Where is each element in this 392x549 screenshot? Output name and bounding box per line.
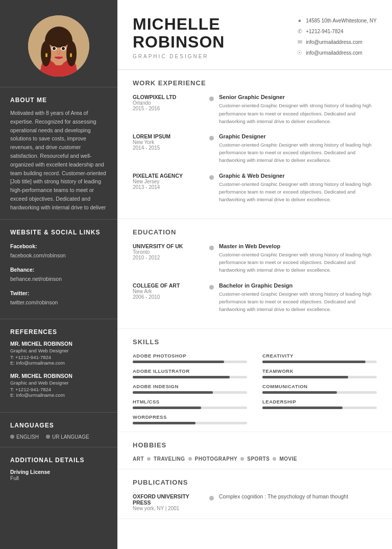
edu-dot-col [204,243,219,274]
skill-name: COMMUNICATION [262,384,377,389]
social-link-label: Twitter: [10,290,29,296]
education-section: EDUCATION UNIVERSITY OF UK Toronto 2010 … [117,219,392,329]
edu-years: 2010 - 2012 [133,255,199,260]
exp-location: Orlando [133,100,199,106]
lang-dot [10,435,14,439]
hobby-separator [188,457,192,461]
lang-dot [46,435,50,439]
pub-left: OXFORD UNIVERSITY PRESS New york, NY | 2… [133,493,204,511]
skill-name: HTML/CSS [133,399,247,404]
phone-row: ✆ +1212-941-7824 [297,26,377,37]
skill-bar-fill [133,376,230,378]
skill-bar-fill [133,391,213,394]
social-title: WEBSITE & SOCIAL LINKS [10,229,107,236]
references-list: MR. MICHEL ROBINSON Graphic and Web Desi… [10,341,107,398]
skill-name: LEADERSHIP [262,399,377,404]
skill-bar-bg [133,422,247,424]
exp-dot [209,136,214,140]
pub-title: Complex cognition : The psychology of hu… [219,493,377,499]
skill-bar-fill [133,361,224,363]
exp-role: Senior Graphic Designer [219,94,377,100]
social-link-value: facebook.com/robinson [10,252,66,258]
social-link-label: Behance: [10,267,34,273]
skill-item: LEADERSHIP [262,399,377,409]
skill-name: WORDPRESS [133,414,247,420]
address: 14585 10th AveWhitestone, NY [306,16,377,26]
social-links: Facebook:facebook.com/robinsonBehance:be… [10,241,107,306]
social-link-item: Facebook:facebook.com/robinson [10,241,107,259]
phone: +1212-941-7824 [306,27,344,36]
skill-bar-bg [262,407,377,409]
job-title: GRAPHIC DESIGNER [133,54,225,59]
pub-publisher: OXFORD UNIVERSITY PRESS [133,493,204,506]
ref-name: MR. MICHEL ROBINSON [10,373,107,379]
edu-years: 2006 - 2010 [133,294,199,300]
hobby-item: TRAVELING [154,456,185,462]
ref-role: Graphic and Web Designer [10,380,107,386]
social-section: WEBSITE & SOCIAL LINKS Facebook:facebook… [0,219,117,319]
exp-right: Senior Graphic Designer Customer-oriente… [219,94,377,125]
exp-location: New York [133,139,199,145]
address-row: ● 14585 10th AveWhitestone, NY [297,15,377,26]
exp-years: 2013 - 2014 [133,184,199,190]
ref-phone: T: +1212-941-7824 [10,354,107,360]
edu-left: UNIVERSITY OF UK Toronto 2010 - 2012 [133,243,204,274]
education-list: UNIVERSITY OF UK Toronto 2010 - 2012 Mas… [133,243,377,313]
exp-right: Graphic Designer Customer-oriented Graph… [219,133,377,164]
reference-item: MR. MICHEL ROBINSON Graphic and Web Desi… [10,373,107,398]
header: MICHELLE ROBINSON GRAPHIC DESIGNER ● 145… [117,0,392,70]
skill-item: ADOBE PHOTOSHOP [133,353,247,363]
education-item: UNIVERSITY OF UK Toronto 2010 - 2012 Mas… [133,243,377,274]
edu-right: Bachelor in Graphic Design Customer-orie… [219,282,377,314]
pub-dot-col [204,493,219,511]
social-link-value: twitter.com/robinson [10,299,58,305]
email1: info@urmailaddress.com [306,37,362,47]
exp-dot-col [204,133,219,164]
social-link-label: Facebook: [10,243,37,249]
edu-right: Master in Web Develop Customer-oriented … [219,243,377,274]
edu-dot [209,285,214,290]
add-value: Full [10,475,107,481]
skill-name: ADOBE INDESIGN [133,384,247,389]
skill-bar-fill [262,376,348,378]
skill-bar-fill [262,391,337,394]
location-icon: ● [297,15,303,26]
additional-section: ADDITIONAL DETAILS Driving LicenseFull [0,447,117,488]
skill-item: COMMUNICATION [262,384,377,394]
avatar [28,15,89,77]
references-title: REFERENCES [10,328,107,336]
exp-role: Graphic & Web Designer [219,173,377,179]
additional-list: Driving LicenseFull [10,469,107,481]
skill-name: CREATIVITY [262,353,377,359]
edu-degree: Master in Web Develop [219,243,377,249]
ref-email: E: info@urmailname.com [10,360,107,366]
reference-item: MR. MICHEL ROBINSON Graphic and Web Desi… [10,341,107,366]
svg-rect-14 [45,53,47,57]
main-content: MICHELLE ROBINSON GRAPHIC DESIGNER ● 145… [117,0,392,549]
language-item: ENGLISH [10,434,39,440]
exp-role: Graphic Designer [219,133,377,139]
work-exp-item: PIXELATE AGENCY New Jersey 2013 - 2014 G… [133,173,377,204]
exp-location: New Jersey [133,179,199,184]
skill-bar-bg [133,376,247,378]
social-link-item: Twitter:twitter.com/robinson [10,288,107,306]
last-name: ROBINSON [133,33,225,51]
name-block: MICHELLE ROBINSON GRAPHIC DESIGNER [133,15,225,59]
pub-dot [209,496,214,500]
skill-bar-bg [133,361,247,363]
edu-location: Toronto [133,249,199,255]
hobbies-list: ARTTRAVELINGPHOTOGRAPHYSPORTSMOVIE [133,456,377,462]
exp-left: LOREM IPSUM New York 2014 - 2015 [133,133,204,164]
email1-row: ✉ info@urmailaddress.com [297,37,377,47]
svg-point-12 [53,47,56,50]
exp-right: Graphic & Web Designer Customer-oriented… [219,173,377,204]
ref-role: Graphic and Web Designer [10,348,107,353]
exp-dot [209,175,214,180]
skill-item: HTML/CSS [133,399,247,409]
svg-rect-15 [70,53,72,57]
exp-dot-col [204,94,219,125]
skill-bar-bg [262,391,377,394]
hobby-separator [147,457,151,461]
additional-title: ADDITIONAL DETAILS [10,457,107,464]
svg-point-9 [46,29,71,47]
